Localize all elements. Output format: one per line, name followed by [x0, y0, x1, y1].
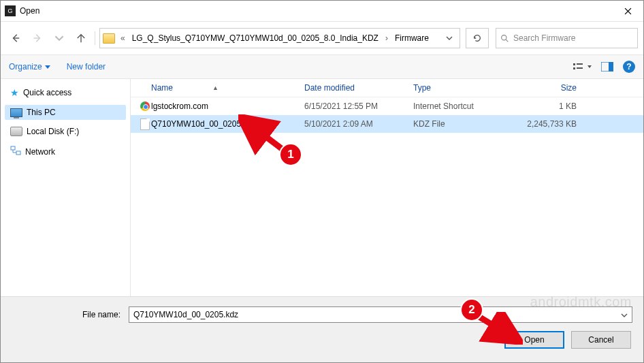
back-button[interactable]	[6, 29, 25, 48]
preview-pane-button[interactable]	[601, 62, 613, 72]
nav-bar: « LG_Q_Stylus_Q710YMW_Q710YMW10d_00_0205…	[1, 22, 643, 54]
address-dropdown[interactable]	[442, 29, 457, 47]
column-date[interactable]: Date modified	[304, 83, 413, 93]
recent-dropdown[interactable]	[50, 29, 69, 48]
disk-icon	[10, 127, 22, 136]
svg-rect-1	[573, 63, 575, 65]
file-list: Name ▲ Date modified Type Size lgstockro…	[131, 79, 643, 296]
folder-icon	[103, 33, 115, 44]
file-row-selected[interactable]: Q710YMW10d_00_0205.kdz 5/10/2021 2:09 AM…	[131, 115, 643, 133]
svg-point-0	[502, 35, 506, 40]
column-type[interactable]: Type	[413, 83, 509, 93]
sort-indicator-icon: ▲	[212, 84, 219, 91]
breadcrumb-folder-1[interactable]: LG_Q_Stylus_Q710YMW_Q710YMW10d_00_0205_8…	[129, 32, 381, 44]
file-name: lgstockrom.com	[151, 101, 304, 111]
search-placeholder: Search Firmware	[513, 33, 575, 43]
chevron-down-icon[interactable]	[621, 310, 628, 319]
annotation-badge-1: 1	[279, 143, 302, 166]
view-icon	[573, 62, 585, 72]
column-size[interactable]: Size	[509, 83, 577, 93]
arrow-right-icon	[33, 33, 42, 43]
body: ★ Quick access This PC Local Disk (F:) N…	[1, 79, 643, 296]
chevron-down-icon	[54, 33, 64, 43]
column-name[interactable]: Name ▲	[151, 83, 304, 93]
filename-label: File name:	[12, 310, 123, 319]
filename-value: Q710YMW10d_00_0205.kdz	[133, 310, 238, 319]
file-icon	[140, 119, 150, 130]
close-button[interactable]	[612, 1, 643, 21]
star-icon: ★	[10, 87, 19, 98]
forward-button[interactable]	[28, 29, 47, 48]
svg-rect-2	[573, 67, 575, 69]
toolbar: Organize New folder ?	[1, 54, 643, 79]
window-title: Open	[20, 6, 39, 16]
breadcrumb-prefix: «	[119, 33, 127, 43]
new-folder-button[interactable]: New folder	[67, 62, 106, 72]
file-date: 5/10/2021 2:09 AM	[304, 119, 413, 129]
file-size: 1 KB	[509, 101, 585, 111]
refresh-button[interactable]	[466, 28, 489, 48]
column-headers: Name ▲ Date modified Type Size	[131, 79, 643, 97]
svg-line-12	[478, 316, 516, 339]
file-size: 2,245,733 KB	[509, 119, 585, 129]
chevron-down-icon	[587, 65, 592, 68]
breadcrumb-folder-2[interactable]: Firmware	[392, 32, 432, 44]
svg-line-10	[244, 120, 286, 152]
sidebar-item-quick-access[interactable]: ★ Quick access	[5, 84, 126, 101]
svg-rect-6	[609, 62, 613, 72]
filename-input[interactable]: Q710YMW10d_00_0205.kdz	[129, 306, 632, 323]
app-icon: G	[5, 5, 16, 16]
svg-rect-7	[11, 146, 15, 150]
internet-shortcut-icon	[140, 101, 150, 111]
cancel-button[interactable]: Cancel	[571, 331, 631, 349]
refresh-icon	[472, 33, 482, 43]
search-icon	[500, 34, 509, 43]
view-options[interactable]	[573, 62, 592, 72]
search-input[interactable]: Search Firmware	[496, 28, 638, 48]
title-bar: G Open	[1, 1, 643, 22]
close-icon	[624, 7, 632, 15]
sidebar-item-local-disk[interactable]: Local Disk (F:)	[5, 124, 126, 139]
file-type: KDZ File	[413, 119, 509, 129]
preview-icon	[601, 62, 613, 72]
open-dialog: G Open « LG_Q_Stylus_Q710YMW_Q710YMW10d_…	[0, 0, 644, 363]
chevron-right-icon: ›	[384, 33, 389, 43]
chevron-down-icon	[45, 65, 50, 69]
help-button[interactable]: ?	[623, 61, 635, 73]
svg-rect-8	[16, 151, 20, 155]
sidebar-item-network[interactable]: Network	[5, 143, 126, 160]
svg-rect-3	[577, 63, 583, 65]
chevron-down-icon	[446, 36, 453, 40]
file-row[interactable]: lgstockrom.com 6/15/2021 12:55 PM Intern…	[131, 97, 643, 115]
footer: File name: Q710YMW10d_00_0205.kdz Open C…	[1, 296, 643, 362]
network-icon	[10, 146, 21, 157]
arrow-left-icon	[11, 33, 20, 43]
arrow-up-icon	[76, 33, 86, 43]
organize-menu[interactable]: Organize	[9, 62, 50, 72]
annotation-badge-2: 2	[460, 298, 483, 321]
file-type: Internet Shortcut	[413, 101, 509, 111]
annotation-arrow-2	[474, 312, 523, 345]
sidebar: ★ Quick access This PC Local Disk (F:) N…	[1, 79, 131, 296]
svg-rect-4	[577, 67, 583, 69]
file-date: 6/15/2021 12:55 PM	[304, 101, 413, 111]
up-button[interactable]	[71, 29, 91, 48]
sidebar-item-this-pc[interactable]: This PC	[5, 105, 126, 120]
address-bar[interactable]: « LG_Q_Stylus_Q710YMW_Q710YMW10d_00_0205…	[99, 28, 460, 48]
monitor-icon	[10, 108, 22, 117]
